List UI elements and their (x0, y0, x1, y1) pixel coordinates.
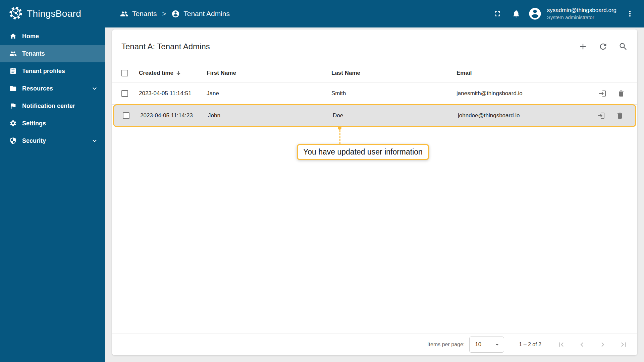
cell-last-name: Doe (333, 112, 458, 119)
column-header-created-time[interactable]: Created time (139, 70, 207, 76)
add-user-button[interactable] (575, 39, 591, 55)
cell-first-name: Jane (207, 90, 331, 97)
sidebar-item-security[interactable]: Security (0, 132, 105, 149)
refresh-icon (598, 42, 608, 51)
breadcrumb-tenants[interactable]: Tenants (120, 10, 157, 18)
column-header-last-name[interactable]: Last Name (331, 70, 457, 76)
user-role: System administrator (547, 14, 616, 21)
topbar-right: sysadmin@thingsboard.org System administ… (489, 6, 638, 22)
breadcrumb-label: Tenants (132, 10, 157, 18)
home-icon (9, 33, 17, 40)
first-page-button[interactable] (557, 340, 566, 349)
sidebar: ThingsBoard Home Tenants Tenant profiles (0, 0, 105, 362)
login-as-user-button[interactable] (597, 112, 605, 120)
card-actions (575, 39, 631, 55)
sidebar-item-label: Settings (22, 120, 46, 127)
sidebar-item-settings[interactable]: Settings (0, 115, 105, 132)
top-bar: Tenants > Tenant Admins sysadmin@thingsb… (105, 0, 644, 27)
sidebar-item-label: Home (22, 33, 39, 40)
account-circle-icon (528, 7, 542, 21)
gear-icon (9, 120, 17, 127)
card-header: Tenant A: Tenant Admins (112, 29, 637, 64)
breadcrumb-tenant-admins[interactable]: Tenant Admins (171, 10, 230, 18)
user-meta: sysadmin@thingsboard.org System administ… (547, 7, 616, 21)
user-avatar[interactable] (527, 6, 543, 22)
chevron-right-icon (598, 340, 607, 349)
next-page-button[interactable] (598, 340, 607, 349)
table-header-row: Created time First Name Last Name Email (112, 64, 637, 82)
notifications-button[interactable] (508, 6, 524, 22)
more-vert-icon (626, 9, 634, 18)
sidebar-item-tenants[interactable]: Tenants (0, 45, 105, 62)
user-email: sysadmin@thingsboard.org (547, 7, 616, 14)
breadcrumb-separator: > (162, 10, 166, 18)
people-icon (9, 50, 17, 57)
sidebar-item-label: Tenant profiles (22, 68, 65, 75)
column-header-email[interactable]: Email (457, 70, 587, 76)
thingsboard-logo[interactable]: ThingsBoard (0, 0, 105, 27)
sidebar-item-resources[interactable]: Resources (0, 80, 105, 97)
cell-created-time: 2023-04-05 11:14:51 (139, 90, 207, 97)
login-icon (598, 89, 606, 98)
delete-user-button[interactable] (616, 112, 624, 120)
shield-icon (9, 137, 17, 144)
more-menu-button[interactable] (622, 6, 638, 22)
sort-descending-icon (175, 70, 181, 76)
sidebar-item-home[interactable]: Home (0, 27, 105, 45)
sidebar-item-notification-center[interactable]: Notification center (0, 97, 105, 115)
items-per-page-label: Items per page: (427, 342, 465, 348)
select-all-checkbox[interactable] (121, 70, 128, 76)
search-icon (619, 42, 628, 51)
column-header-first-name[interactable]: First Name (207, 70, 331, 76)
folder-icon (9, 85, 17, 92)
chevron-down-icon (91, 137, 99, 145)
dropdown-arrow-icon (493, 341, 501, 349)
last-page-icon (619, 340, 628, 349)
tenant-admins-card: Tenant A: Tenant Admins (112, 29, 637, 355)
cell-first-name: John (208, 112, 333, 119)
login-as-user-button[interactable] (598, 89, 606, 98)
cell-email: janesmith@thingsboard.io (457, 90, 587, 97)
breadcrumb-label: Tenant Admins (183, 10, 230, 18)
first-page-icon (557, 340, 566, 349)
page-title: Tenant A: Tenant Admins (121, 42, 210, 51)
table-row-highlighted[interactable]: 2023-04-05 11:14:23 John Doe johndoe@thi… (113, 105, 636, 127)
fullscreen-icon (493, 9, 502, 18)
search-button[interactable] (615, 39, 631, 55)
pager-buttons (557, 340, 628, 349)
pagination-range: 1 – 2 of 2 (519, 342, 541, 348)
sidebar-item-label: Resources (22, 85, 53, 92)
content-area: Tenant A: Tenant Admins (105, 27, 644, 362)
people-icon (120, 10, 128, 18)
tenant-profile-icon (9, 67, 17, 75)
trash-icon (616, 112, 624, 120)
row-checkbox[interactable] (121, 90, 128, 97)
cell-last-name: Smith (331, 90, 457, 97)
items-per-page-value: 10 (475, 341, 481, 348)
app-title: ThingsBoard (27, 8, 81, 19)
delete-user-button[interactable] (617, 89, 625, 98)
plus-icon (578, 42, 588, 51)
tour-connector-line (339, 127, 340, 144)
login-icon (597, 112, 605, 120)
last-page-button[interactable] (619, 340, 628, 349)
previous-page-button[interactable] (578, 340, 586, 349)
sidebar-item-tenant-profiles[interactable]: Tenant profiles (0, 62, 105, 80)
trash-icon (617, 89, 625, 98)
sidebar-item-label: Security (22, 137, 46, 144)
app-root: ThingsBoard Home Tenants Tenant profiles (0, 0, 644, 362)
flag-icon (9, 102, 17, 110)
paginator: Items per page: 10 1 – 2 of 2 (112, 333, 637, 355)
sidebar-item-label: Notification center (22, 103, 75, 110)
sidebar-item-label: Tenants (22, 50, 45, 57)
cell-email: johndoe@thingsboard.io (458, 112, 586, 119)
refresh-button[interactable] (595, 39, 611, 55)
thingsboard-gear-icon (8, 5, 23, 22)
items-per-page-select[interactable]: 10 (469, 337, 504, 353)
chevron-left-icon (578, 340, 586, 349)
main-column: Tenants > Tenant Admins sysadmin@thingsb… (105, 0, 644, 362)
table-row[interactable]: 2023-04-05 11:14:51 Jane Smith janesmith… (112, 82, 637, 105)
chevron-down-icon (91, 84, 99, 93)
fullscreen-button[interactable] (489, 6, 505, 22)
row-checkbox[interactable] (123, 112, 129, 119)
